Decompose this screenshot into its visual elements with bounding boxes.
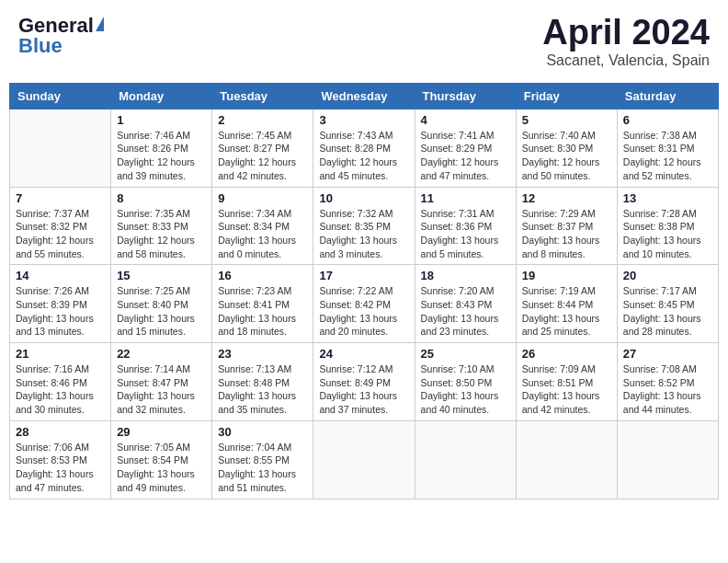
day-number: 1: [117, 113, 206, 127]
calendar-cell: 17Sunrise: 7:22 AMSunset: 8:42 PMDayligh…: [313, 265, 415, 343]
column-header-thursday: Thursday: [415, 83, 516, 109]
calendar-cell: 6Sunrise: 7:38 AMSunset: 8:31 PMDaylight…: [617, 109, 718, 187]
day-number: 11: [421, 191, 510, 205]
calendar-cell: [415, 420, 516, 499]
calendar-cell: 1Sunrise: 7:46 AMSunset: 8:26 PMDaylight…: [111, 109, 212, 187]
calendar-table: SundayMondayTuesdayWednesdayThursdayFrid…: [9, 83, 719, 500]
calendar-cell: 10Sunrise: 7:32 AMSunset: 8:35 PMDayligh…: [313, 187, 415, 265]
calendar-cell: [313, 420, 415, 499]
location-text: Sacanet, Valencia, Spain: [542, 52, 710, 69]
day-number: 7: [16, 191, 105, 205]
day-number: 8: [117, 191, 206, 205]
column-header-wednesday: Wednesday: [313, 83, 415, 109]
day-info: Sunrise: 7:16 AMSunset: 8:46 PMDaylight:…: [16, 362, 105, 417]
calendar-cell: 14Sunrise: 7:26 AMSunset: 8:39 PMDayligh…: [10, 265, 111, 343]
calendar-week-row: 7Sunrise: 7:37 AMSunset: 8:32 PMDaylight…: [10, 187, 719, 265]
calendar-cell: 11Sunrise: 7:31 AMSunset: 8:36 PMDayligh…: [415, 187, 516, 265]
day-number: 26: [522, 347, 611, 361]
day-info: Sunrise: 7:34 AMSunset: 8:34 PMDaylight:…: [218, 207, 307, 261]
day-number: 20: [623, 269, 712, 282]
day-number: 3: [319, 113, 408, 127]
calendar-cell: [516, 420, 617, 499]
logo-blue-text: Blue: [18, 34, 63, 58]
day-info: Sunrise: 7:28 AMSunset: 8:38 PMDaylight:…: [623, 207, 712, 261]
day-info: Sunrise: 7:22 AMSunset: 8:42 PMDaylight:…: [319, 284, 408, 339]
day-number: 17: [319, 269, 408, 282]
day-info: Sunrise: 7:29 AMSunset: 8:37 PMDaylight:…: [522, 207, 611, 261]
day-info: Sunrise: 7:06 AMSunset: 8:53 PMDaylight:…: [16, 441, 105, 495]
calendar-cell: 26Sunrise: 7:09 AMSunset: 8:51 PMDayligh…: [516, 343, 617, 421]
day-number: 28: [16, 425, 105, 439]
day-info: Sunrise: 7:25 AMSunset: 8:40 PMDaylight:…: [117, 284, 206, 339]
calendar-cell: 4Sunrise: 7:41 AMSunset: 8:29 PMDaylight…: [415, 109, 516, 187]
calendar-cell: 28Sunrise: 7:06 AMSunset: 8:53 PMDayligh…: [10, 420, 111, 499]
day-number: 29: [117, 425, 206, 439]
day-info: Sunrise: 7:04 AMSunset: 8:55 PMDaylight:…: [218, 441, 307, 495]
day-info: Sunrise: 7:12 AMSunset: 8:49 PMDaylight:…: [319, 362, 408, 417]
day-info: Sunrise: 7:19 AMSunset: 8:44 PMDaylight:…: [522, 284, 611, 339]
calendar-cell: [10, 109, 111, 187]
day-info: Sunrise: 7:23 AMSunset: 8:41 PMDaylight:…: [218, 284, 307, 339]
calendar-cell: 19Sunrise: 7:19 AMSunset: 8:44 PMDayligh…: [516, 265, 617, 343]
calendar-cell: 22Sunrise: 7:14 AMSunset: 8:47 PMDayligh…: [111, 343, 212, 421]
day-number: 19: [522, 269, 611, 282]
day-number: 14: [16, 269, 105, 282]
calendar-cell: 13Sunrise: 7:28 AMSunset: 8:38 PMDayligh…: [617, 187, 718, 265]
day-info: Sunrise: 7:14 AMSunset: 8:47 PMDaylight:…: [117, 362, 206, 417]
calendar-cell: 21Sunrise: 7:16 AMSunset: 8:46 PMDayligh…: [10, 343, 111, 421]
calendar-cell: 18Sunrise: 7:20 AMSunset: 8:43 PMDayligh…: [415, 265, 516, 343]
day-info: Sunrise: 7:41 AMSunset: 8:29 PMDaylight:…: [421, 129, 510, 183]
day-number: 4: [421, 113, 510, 127]
day-info: Sunrise: 7:32 AMSunset: 8:35 PMDaylight:…: [319, 207, 408, 261]
calendar-cell: 15Sunrise: 7:25 AMSunset: 8:40 PMDayligh…: [111, 265, 212, 343]
day-number: 2: [218, 113, 307, 127]
page-header: General Blue April 2024 Sacanet, Valenci…: [9, 9, 719, 74]
day-info: Sunrise: 7:05 AMSunset: 8:54 PMDaylight:…: [117, 441, 206, 495]
day-info: Sunrise: 7:43 AMSunset: 8:28 PMDaylight:…: [319, 129, 408, 183]
day-info: Sunrise: 7:17 AMSunset: 8:45 PMDaylight:…: [623, 284, 712, 339]
day-info: Sunrise: 7:45 AMSunset: 8:27 PMDaylight:…: [218, 129, 307, 183]
day-number: 10: [319, 191, 408, 205]
day-number: 18: [421, 269, 510, 282]
calendar-cell: 24Sunrise: 7:12 AMSunset: 8:49 PMDayligh…: [313, 343, 415, 421]
title-area: April 2024 Sacanet, Valencia, Spain: [542, 14, 710, 69]
day-info: Sunrise: 7:38 AMSunset: 8:31 PMDaylight:…: [623, 129, 712, 183]
column-header-saturday: Saturday: [617, 83, 718, 109]
calendar-cell: 16Sunrise: 7:23 AMSunset: 8:41 PMDayligh…: [212, 265, 313, 343]
month-title: April 2024: [542, 14, 710, 52]
calendar-week-row: 14Sunrise: 7:26 AMSunset: 8:39 PMDayligh…: [10, 265, 719, 343]
day-number: 23: [218, 347, 307, 361]
day-number: 9: [218, 191, 307, 205]
calendar-week-row: 21Sunrise: 7:16 AMSunset: 8:46 PMDayligh…: [10, 343, 719, 421]
day-info: Sunrise: 7:37 AMSunset: 8:32 PMDaylight:…: [16, 207, 105, 261]
calendar-week-row: 28Sunrise: 7:06 AMSunset: 8:53 PMDayligh…: [10, 420, 719, 499]
day-info: Sunrise: 7:26 AMSunset: 8:39 PMDaylight:…: [16, 284, 105, 339]
day-number: 15: [117, 269, 206, 282]
calendar-cell: 3Sunrise: 7:43 AMSunset: 8:28 PMDaylight…: [313, 109, 415, 187]
logo: General Blue: [18, 14, 104, 58]
column-header-sunday: Sunday: [10, 83, 111, 109]
day-info: Sunrise: 7:08 AMSunset: 8:52 PMDaylight:…: [623, 362, 712, 417]
day-number: 25: [421, 347, 510, 361]
day-number: 5: [522, 113, 611, 127]
column-header-friday: Friday: [516, 83, 617, 109]
day-number: 27: [623, 347, 712, 361]
day-info: Sunrise: 7:10 AMSunset: 8:50 PMDaylight:…: [421, 362, 510, 417]
calendar-week-row: 1Sunrise: 7:46 AMSunset: 8:26 PMDaylight…: [10, 109, 719, 187]
calendar-cell: 29Sunrise: 7:05 AMSunset: 8:54 PMDayligh…: [111, 420, 212, 499]
calendar-cell: 12Sunrise: 7:29 AMSunset: 8:37 PMDayligh…: [516, 187, 617, 265]
day-number: 30: [218, 425, 307, 439]
calendar-cell: 27Sunrise: 7:08 AMSunset: 8:52 PMDayligh…: [617, 343, 718, 421]
day-number: 21: [16, 347, 105, 361]
calendar-cell: 25Sunrise: 7:10 AMSunset: 8:50 PMDayligh…: [415, 343, 516, 421]
day-number: 6: [623, 113, 712, 127]
calendar-cell: [617, 420, 718, 499]
day-info: Sunrise: 7:13 AMSunset: 8:48 PMDaylight:…: [218, 362, 307, 417]
day-info: Sunrise: 7:09 AMSunset: 8:51 PMDaylight:…: [522, 362, 611, 417]
day-info: Sunrise: 7:35 AMSunset: 8:33 PMDaylight:…: [117, 207, 206, 261]
day-number: 24: [319, 347, 408, 361]
day-number: 13: [623, 191, 712, 205]
column-header-monday: Monday: [111, 83, 212, 109]
calendar-cell: 30Sunrise: 7:04 AMSunset: 8:55 PMDayligh…: [212, 420, 313, 499]
calendar-cell: 2Sunrise: 7:45 AMSunset: 8:27 PMDaylight…: [212, 109, 313, 187]
